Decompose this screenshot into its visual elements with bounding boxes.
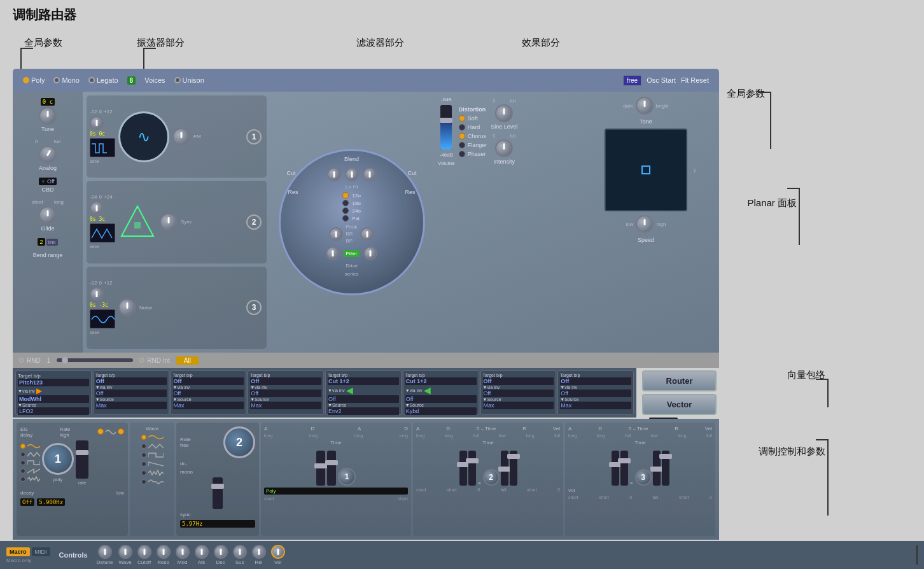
macro-tab[interactable]: Macro bbox=[6, 547, 30, 556]
ws6[interactable] bbox=[141, 479, 164, 485]
slot7-source[interactable]: Max bbox=[483, 402, 554, 409]
env2-circle[interactable]: 2 bbox=[483, 469, 500, 486]
analog-knob[interactable] bbox=[36, 143, 60, 167]
slot6-via[interactable]: Off bbox=[405, 395, 477, 403]
env1-a-slider[interactable] bbox=[316, 451, 325, 486]
osc2-tune-knob[interactable] bbox=[90, 201, 104, 215]
detune-knob[interactable] bbox=[98, 545, 112, 559]
filter-cut-knob-1[interactable] bbox=[327, 167, 341, 181]
osc3-noise-knob[interactable] bbox=[118, 299, 136, 316]
tone-knob[interactable] bbox=[636, 97, 654, 115]
intensity-knob[interactable] bbox=[495, 139, 513, 157]
env3-a-slider[interactable] bbox=[612, 451, 619, 486]
lfo1-rate-slider[interactable] bbox=[76, 440, 88, 479]
unison-radio[interactable]: Unison bbox=[174, 76, 204, 84]
osc3-tune-knob[interactable] bbox=[90, 287, 104, 301]
slot4-via[interactable]: Off bbox=[250, 390, 321, 397]
slot4-source[interactable]: Max bbox=[250, 402, 321, 409]
rnd-slider[interactable] bbox=[57, 358, 133, 362]
reso-knob[interactable] bbox=[157, 545, 171, 559]
filter-res-knob-2[interactable] bbox=[360, 227, 374, 241]
slot8-source[interactable]: Max bbox=[560, 402, 631, 409]
slot2-via[interactable]: Off bbox=[95, 390, 167, 397]
poly-radio[interactable]: Poly bbox=[23, 76, 45, 84]
slot8-via[interactable]: Off bbox=[560, 390, 631, 397]
flanger-item[interactable]: Flanger bbox=[459, 142, 487, 148]
osc1-visual[interactable] bbox=[118, 111, 169, 162]
glide-knob[interactable] bbox=[39, 206, 57, 224]
lfo2-circle[interactable]: 2 bbox=[223, 426, 255, 458]
filter-blend-knob[interactable] bbox=[345, 167, 359, 181]
slot5-source[interactable]: Env2 bbox=[328, 407, 399, 415]
wave-sine[interactable] bbox=[20, 443, 40, 449]
ws3[interactable] bbox=[141, 452, 164, 458]
ws4[interactable] bbox=[141, 461, 164, 467]
slot5-via[interactable]: Off bbox=[328, 395, 399, 403]
slot2-target[interactable]: Off bbox=[95, 377, 167, 385]
env2-a-slider[interactable] bbox=[459, 451, 467, 486]
slot1-via[interactable]: ModWhl bbox=[18, 395, 89, 403]
vol-knob[interactable] bbox=[271, 545, 285, 559]
wave-noise[interactable] bbox=[20, 476, 40, 482]
rel-knob[interactable] bbox=[252, 545, 266, 559]
slot3-via[interactable]: Off bbox=[173, 390, 244, 397]
filter-res-knob-1[interactable] bbox=[329, 227, 343, 241]
slot6-target[interactable]: Cut 1+2 bbox=[405, 377, 477, 385]
wave-square[interactable] bbox=[20, 460, 40, 466]
lfo1-circle[interactable]: 1 bbox=[42, 443, 74, 475]
filter-fm-knob[interactable] bbox=[363, 246, 377, 260]
speed-knob[interactable] bbox=[636, 215, 654, 233]
slot5-target[interactable]: Cut 1+2 bbox=[328, 377, 399, 385]
wave-sawtooth[interactable] bbox=[20, 468, 40, 474]
legato-radio[interactable]: Legato bbox=[88, 76, 118, 84]
filter-cut-knob-2[interactable] bbox=[363, 167, 377, 181]
volume-slider[interactable] bbox=[440, 105, 452, 150]
phaser-item[interactable]: Phaser bbox=[459, 151, 487, 157]
env3-circle[interactable]: 3 bbox=[635, 469, 652, 486]
cutoff-knob[interactable] bbox=[137, 545, 151, 559]
wave-knob[interactable] bbox=[118, 545, 132, 559]
cbd-dropdown[interactable]: ▼ Off bbox=[39, 178, 57, 185]
ws1[interactable] bbox=[141, 434, 164, 440]
lfo2-rate-slider[interactable] bbox=[213, 477, 223, 509]
mod-slot-3: Target b/p Off ▼viainv Off ▼Source Max bbox=[171, 370, 247, 415]
env2-vel-slider[interactable] bbox=[510, 451, 517, 486]
osc1-tune-knob[interactable] bbox=[90, 116, 104, 130]
osc2-sync-knob[interactable] bbox=[160, 213, 178, 231]
slot3-source[interactable]: Max bbox=[173, 402, 244, 409]
slot3-target[interactable]: Off bbox=[173, 377, 244, 385]
global-params-row: Poly Mono Legato 8 Voices Unison free Os… bbox=[13, 69, 719, 92]
env1-d-slider[interactable] bbox=[327, 451, 336, 486]
env2-d-slider[interactable] bbox=[468, 451, 476, 486]
free-button[interactable]: free bbox=[623, 75, 641, 86]
router-button[interactable]: Router bbox=[642, 370, 717, 391]
env1-circle[interactable]: 1 bbox=[338, 468, 356, 486]
mono-radio[interactable]: Mono bbox=[53, 76, 80, 84]
vector-button[interactable]: Vector bbox=[642, 394, 717, 415]
sine-level-knob[interactable] bbox=[495, 104, 513, 122]
ws5[interactable] bbox=[141, 470, 164, 476]
sus-knob[interactable] bbox=[233, 545, 247, 559]
slot7-via[interactable]: Off bbox=[483, 390, 554, 397]
chorus-item[interactable]: Chorus bbox=[459, 133, 487, 139]
slot4-target[interactable]: Off bbox=[250, 377, 321, 385]
atk-knob[interactable] bbox=[195, 545, 209, 559]
env3-d-slider[interactable] bbox=[620, 451, 628, 486]
dec-knob[interactable] bbox=[214, 545, 228, 559]
link-badge[interactable]: link bbox=[46, 239, 58, 246]
wave-triangle[interactable] bbox=[20, 451, 40, 458]
osc1-fm-knob[interactable] bbox=[172, 128, 190, 146]
midi-tab[interactable]: MIDI bbox=[32, 547, 50, 556]
tune-knob[interactable] bbox=[39, 107, 57, 125]
planar-panel[interactable]: y x bbox=[605, 129, 687, 211]
slot6-source[interactable]: Kybd bbox=[405, 407, 477, 415]
slot7-target[interactable]: Off bbox=[483, 377, 554, 385]
slot8-target[interactable]: Off bbox=[560, 377, 631, 385]
ws2[interactable] bbox=[141, 443, 164, 449]
slot1-target[interactable]: Pitch123 bbox=[18, 379, 89, 386]
env3-vel-slider[interactable] bbox=[662, 451, 669, 486]
slot2-source[interactable]: Max bbox=[95, 402, 167, 409]
filter-drive-knob[interactable] bbox=[326, 246, 340, 260]
mod-knob[interactable] bbox=[176, 545, 190, 559]
slot1-source[interactable]: LFO2 bbox=[18, 407, 89, 415]
